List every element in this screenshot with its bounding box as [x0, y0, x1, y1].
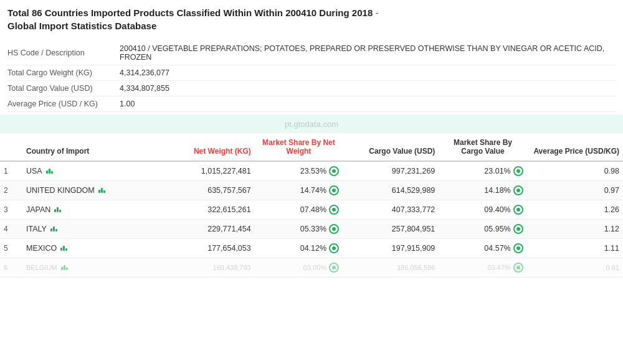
- country-cell: BELGIUM: [22, 258, 159, 278]
- table-row: 2 UNITED KINGDOM 635,757,567 14.74% 614,…: [0, 181, 623, 200]
- cargo-value-value: 997,231,269: [343, 161, 439, 181]
- market-share-cv-cell: 09.40%: [439, 200, 526, 220]
- donut-chart-icon[interactable]: [329, 224, 339, 234]
- hs-code-value: 200410 / VEGETABLE PREPARATIONS; POTATOE…: [120, 44, 616, 62]
- country-name: UNITED KINGDOM: [26, 186, 95, 195]
- cargo-weight-row: Total Cargo Weight (KG) 4,314,236,077: [7, 65, 616, 81]
- title-sub: Global Import Statistics Database: [7, 21, 156, 31]
- donut-chart-icon[interactable]: [329, 243, 339, 253]
- col-header-market-share-cv: Market Share By Cargo Value: [439, 133, 526, 161]
- watermark-text: pt.gtodata.com: [285, 119, 338, 129]
- chart-icon[interactable]: [98, 188, 105, 193]
- country-cell: USA: [22, 161, 159, 181]
- market-share-nw-value: 03.00%: [303, 264, 326, 271]
- hs-code-row: HS Code / Description 200410 / VEGETABLE…: [7, 41, 616, 65]
- country-name: USA: [26, 167, 42, 175]
- donut-chart-cv-icon[interactable]: [513, 263, 523, 273]
- country-cell: ITALY: [22, 220, 159, 239]
- donut-chart-cv-icon[interactable]: [513, 166, 523, 176]
- table-row: 1 USA 1,015,227,481 23.53% 997,231,269 2…: [0, 161, 623, 181]
- market-share-nw-cell: 03.00%: [255, 258, 343, 278]
- market-share-cv-cell: 03.47%: [439, 258, 526, 278]
- cargo-value-value: 257,804,951: [343, 220, 439, 239]
- col-header-cargo-value: Cargo Value (USD): [343, 133, 439, 161]
- avg-price-value: 1.12: [527, 220, 623, 239]
- chart-icon[interactable]: [54, 207, 61, 212]
- table-row: 3 JAPAN 322,615,261 07.48% 407,333,772 0…: [0, 200, 623, 220]
- donut-chart-icon[interactable]: [329, 263, 339, 273]
- row-number: 6: [0, 258, 22, 278]
- market-share-cv-value: 04.57%: [484, 244, 510, 253]
- col-header-no: [0, 133, 22, 161]
- cargo-value-row: Total Cargo Value (USD) 4,334,807,855: [7, 81, 616, 96]
- net-weight-value: 635,757,567: [158, 181, 254, 200]
- col-header-avg-price: Average Price (USD/KG): [527, 133, 623, 161]
- country-name: MEXICO: [26, 244, 57, 253]
- avg-price-value: 0.98: [527, 161, 623, 181]
- header: Total 86 Countries Imported Products Cla…: [0, 0, 623, 36]
- net-weight-value: 229,771,454: [158, 220, 254, 239]
- market-share-cv-cell: 23.01%: [439, 161, 526, 181]
- chart-icon[interactable]: [50, 226, 57, 231]
- cargo-value-value: 614,529,989: [343, 181, 439, 200]
- cargo-value-label: Total Cargo Value (USD): [7, 84, 120, 93]
- cargo-value-value: 407,333,772: [343, 200, 439, 220]
- chart-icon[interactable]: [46, 169, 53, 174]
- title-dash: -: [373, 7, 378, 18]
- col-header-market-share-nw: Market Share By Net Weight: [255, 133, 343, 161]
- donut-chart-cv-icon[interactable]: [513, 185, 523, 195]
- market-share-cv-value: 09.40%: [484, 205, 510, 214]
- title-main: Total 86 Countries Imported Products Cla…: [7, 7, 373, 18]
- row-number: 5: [0, 239, 22, 258]
- market-share-cv-value: 14.18%: [484, 186, 510, 195]
- avg-price-value: 1.11: [527, 239, 623, 258]
- page-title: Total 86 Countries Imported Products Cla…: [7, 6, 616, 32]
- cargo-value-value: 197,915,909: [343, 239, 439, 258]
- row-number: 3: [0, 200, 22, 220]
- donut-chart-cv-icon[interactable]: [513, 205, 523, 215]
- chart-icon[interactable]: [61, 265, 68, 270]
- market-share-nw-value: 14.74%: [300, 186, 326, 195]
- country-cell: UNITED KINGDOM: [22, 181, 159, 200]
- watermark-bar: pt.gtodata.com: [0, 114, 623, 133]
- row-number: 2: [0, 181, 22, 200]
- avg-price-row: Average Price (USD / KG) 1.00: [7, 96, 616, 112]
- market-share-nw-cell: 05.33%: [255, 220, 343, 239]
- donut-chart-icon[interactable]: [329, 166, 339, 176]
- donut-chart-icon[interactable]: [329, 185, 339, 195]
- market-share-cv-value: 05.95%: [484, 225, 510, 233]
- col-header-net-weight: Net Weight (KG): [158, 133, 254, 161]
- market-share-cv-cell: 14.18%: [439, 181, 526, 200]
- donut-chart-cv-icon[interactable]: [513, 243, 523, 253]
- table-row: 6 BELGIUM 160,439,793 03.00% 196,056,596…: [0, 258, 623, 278]
- market-share-cv-value: 23.01%: [484, 167, 510, 175]
- table-row: 5 MEXICO 177,654,053 04.12% 197,915,909 …: [0, 239, 623, 258]
- donut-chart-icon[interactable]: [329, 205, 339, 215]
- country-name: JAPAN: [26, 205, 50, 214]
- cargo-value-value: 4,334,807,855: [120, 84, 169, 93]
- net-weight-value: 322,615,261: [158, 200, 254, 220]
- row-number: 1: [0, 161, 22, 181]
- info-section: HS Code / Description 200410 / VEGETABLE…: [0, 36, 623, 114]
- market-share-cv-cell: 05.95%: [439, 220, 526, 239]
- net-weight-value: 160,439,793: [158, 258, 254, 278]
- donut-chart-cv-icon[interactable]: [513, 224, 523, 234]
- table-container: Country of Import Net Weight (KG) Market…: [0, 133, 623, 278]
- avg-price-value: 1.00: [120, 100, 135, 108]
- market-share-nw-cell: 23.53%: [255, 161, 343, 181]
- col-header-country: Country of Import: [22, 133, 159, 161]
- row-number: 4: [0, 220, 22, 239]
- market-share-nw-value: 05.33%: [300, 225, 326, 233]
- net-weight-value: 177,654,053: [158, 239, 254, 258]
- cargo-weight-value: 4,314,236,077: [120, 68, 169, 77]
- market-share-cv-cell: 04.57%: [439, 239, 526, 258]
- chart-icon[interactable]: [60, 246, 67, 251]
- market-share-nw-cell: 04.12%: [255, 239, 343, 258]
- country-name: BELGIUM: [26, 264, 57, 271]
- market-share-nw-value: 04.12%: [300, 244, 326, 253]
- country-name: ITALY: [26, 225, 47, 233]
- market-share-nw-cell: 14.74%: [255, 181, 343, 200]
- avg-price-value: 0.97: [527, 181, 623, 200]
- market-share-cv-value: 03.47%: [487, 264, 510, 271]
- cargo-weight-label: Total Cargo Weight (KG): [7, 68, 120, 77]
